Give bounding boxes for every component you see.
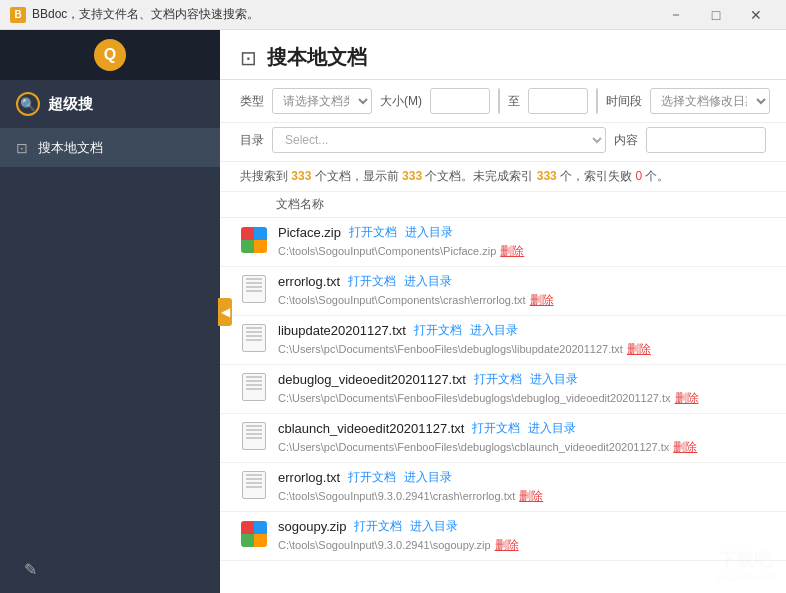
- enter-dir-link[interactable]: 进入目录: [405, 224, 453, 241]
- file-name-col-header: 文档名称: [276, 196, 766, 213]
- file-list-header: 文档名称: [220, 192, 786, 218]
- list-item: sogoupy.zip打开文档进入目录C:\tools\SogouInput\9…: [220, 512, 786, 561]
- file-name: errorlog.txt: [278, 470, 340, 485]
- delete-file-link[interactable]: 删除: [673, 440, 697, 454]
- file-icon: [240, 471, 268, 499]
- open-file-link[interactable]: 打开文档: [474, 371, 522, 388]
- list-item: Picface.zip打开文档进入目录C:\tools\SogouInput\C…: [220, 218, 786, 267]
- file-path: C:\tools\SogouInput\9.3.0.2941\crash\err…: [278, 488, 766, 505]
- sidebar: Q 🔍 超级搜 ⊡ 搜本地文档 ✎: [0, 30, 220, 593]
- sidebar-item-search-local-label: 搜本地文档: [38, 139, 103, 157]
- title-bar: B BBdoc，支持文件名、文档内容快速搜索。 － □ ✕: [0, 0, 786, 30]
- dir-select[interactable]: Select...: [272, 127, 606, 153]
- open-file-link[interactable]: 打开文档: [349, 224, 397, 241]
- file-path: C:\Users\pc\Documents\FenbooFiles\debugl…: [278, 390, 766, 407]
- filter-row-2: 目录 Select... 内容: [220, 123, 786, 162]
- size-min-down-button[interactable]: ▼: [499, 101, 500, 113]
- file-icon: [240, 422, 268, 450]
- file-item-info: cblaunch_videoedit20201127.txt打开文档进入目录C:…: [278, 420, 766, 456]
- edit-icon[interactable]: ✎: [16, 555, 44, 583]
- size-min-input[interactable]: [430, 88, 490, 114]
- file-item-info: libupdate20201127.txt打开文档进入目录C:\Users\pc…: [278, 322, 766, 358]
- delete-file-link[interactable]: 删除: [627, 342, 651, 356]
- delete-file-link[interactable]: 删除: [519, 489, 543, 503]
- size-max-input[interactable]: [528, 88, 588, 114]
- enter-dir-link[interactable]: 进入目录: [404, 273, 452, 290]
- open-file-link[interactable]: 打开文档: [348, 469, 396, 486]
- enter-dir-link[interactable]: 进入目录: [404, 469, 452, 486]
- content-header: ⊡ 搜本地文档: [220, 30, 786, 80]
- file-icon: [240, 275, 268, 303]
- close-button[interactable]: ✕: [736, 0, 776, 30]
- type-filter-label: 类型: [240, 93, 264, 110]
- page-title: 搜本地文档: [267, 44, 367, 71]
- content-area: ⊡ 搜本地文档 类型 请选择文档类型 大小(M) ▲ ▼ 至 ▲ ▼ 时间段 选…: [220, 30, 786, 593]
- size-max-up-button[interactable]: ▲: [597, 89, 598, 101]
- delete-file-link[interactable]: 删除: [495, 538, 519, 552]
- list-item: libupdate20201127.txt打开文档进入目录C:\Users\pc…: [220, 316, 786, 365]
- list-item: errorlog.txt打开文档进入目录C:\tools\SogouInput\…: [220, 267, 786, 316]
- open-file-link[interactable]: 打开文档: [414, 322, 462, 339]
- size-max-spinner: ▲ ▼: [596, 88, 598, 114]
- enter-dir-link[interactable]: 进入目录: [470, 322, 518, 339]
- file-name: sogoupy.zip: [278, 519, 346, 534]
- size-min-spinner: ▲ ▼: [498, 88, 500, 114]
- time-filter-select[interactable]: 选择文档修改日期: [650, 88, 770, 114]
- title-bar-buttons: － □ ✕: [656, 0, 776, 30]
- content-filter-input[interactable]: [646, 127, 766, 153]
- file-item-info: debuglog_videoedit20201127.txt打开文档进入目录C:…: [278, 371, 766, 407]
- file-name: libupdate20201127.txt: [278, 323, 406, 338]
- sidebar-super-search-label: 超级搜: [48, 95, 93, 114]
- file-name: Picface.zip: [278, 225, 341, 240]
- minimize-button[interactable]: －: [656, 0, 696, 30]
- size-filter-label: 大小(M): [380, 93, 422, 110]
- file-item-info: Picface.zip打开文档进入目录C:\tools\SogouInput\C…: [278, 224, 766, 260]
- delete-file-link[interactable]: 删除: [530, 293, 554, 307]
- open-file-link[interactable]: 打开文档: [354, 518, 402, 535]
- list-item: errorlog.txt打开文档进入目录C:\tools\SogouInput\…: [220, 463, 786, 512]
- time-filter-label: 时间段: [606, 93, 642, 110]
- sidebar-item-search-local[interactable]: ⊡ 搜本地文档: [0, 129, 220, 167]
- file-icon: [240, 324, 268, 352]
- search-local-icon: ⊡: [16, 140, 28, 156]
- file-icon: [240, 226, 268, 254]
- file-path: C:\tools\SogouInput\9.3.0.2941\sogoupy.z…: [278, 537, 766, 554]
- dir-label: 目录: [240, 132, 264, 149]
- enter-dir-link[interactable]: 进入目录: [530, 371, 578, 388]
- sidebar-bottom: ✎: [0, 545, 220, 593]
- summary-row: 共搜索到 333 个文档，显示前 333 个文档。未完成索引 333 个，索引失…: [220, 162, 786, 192]
- failed-count: 0: [635, 169, 642, 183]
- size-min-up-button[interactable]: ▲: [499, 89, 500, 101]
- list-item: debuglog_videoedit20201127.txt打开文档进入目录C:…: [220, 365, 786, 414]
- filter-row-1: 类型 请选择文档类型 大小(M) ▲ ▼ 至 ▲ ▼ 时间段 选择文档修改日期: [220, 80, 786, 123]
- content-filter-label: 内容: [614, 132, 638, 149]
- app-logo: Q: [94, 39, 126, 71]
- total-count: 333: [291, 169, 311, 183]
- open-file-link[interactable]: 打开文档: [472, 420, 520, 437]
- file-path: C:\tools\SogouInput\Components\crash\err…: [278, 292, 766, 309]
- enter-dir-link[interactable]: 进入目录: [410, 518, 458, 535]
- file-list: Picface.zip打开文档进入目录C:\tools\SogouInput\C…: [220, 218, 786, 593]
- file-icon: [240, 373, 268, 401]
- shown-count: 333: [402, 169, 422, 183]
- sidebar-collapse-arrow[interactable]: ◀: [218, 298, 232, 326]
- chevron-left-icon: ◀: [221, 305, 230, 319]
- sidebar-search-section: 🔍 超级搜: [0, 80, 220, 129]
- size-max-down-button[interactable]: ▼: [597, 101, 598, 113]
- file-item-info: errorlog.txt打开文档进入目录C:\tools\SogouInput\…: [278, 273, 766, 309]
- file-path: C:\Users\pc\Documents\FenbooFiles\debugl…: [278, 439, 766, 456]
- open-file-link[interactable]: 打开文档: [348, 273, 396, 290]
- enter-dir-link[interactable]: 进入目录: [528, 420, 576, 437]
- file-name: cblaunch_videoedit20201127.txt: [278, 421, 464, 436]
- pending-count: 333: [537, 169, 557, 183]
- search-circle-icon: 🔍: [16, 92, 40, 116]
- delete-file-link[interactable]: 删除: [500, 244, 524, 258]
- delete-file-link[interactable]: 删除: [675, 391, 699, 405]
- type-filter-select[interactable]: 请选择文档类型: [272, 88, 372, 114]
- file-path: C:\tools\SogouInput\Components\Picface.z…: [278, 243, 766, 260]
- app-icon: B: [10, 7, 26, 23]
- sidebar-logo-area: Q: [0, 30, 220, 80]
- maximize-button[interactable]: □: [696, 0, 736, 30]
- list-item: cblaunch_videoedit20201127.txt打开文档进入目录C:…: [220, 414, 786, 463]
- file-icon: [240, 520, 268, 548]
